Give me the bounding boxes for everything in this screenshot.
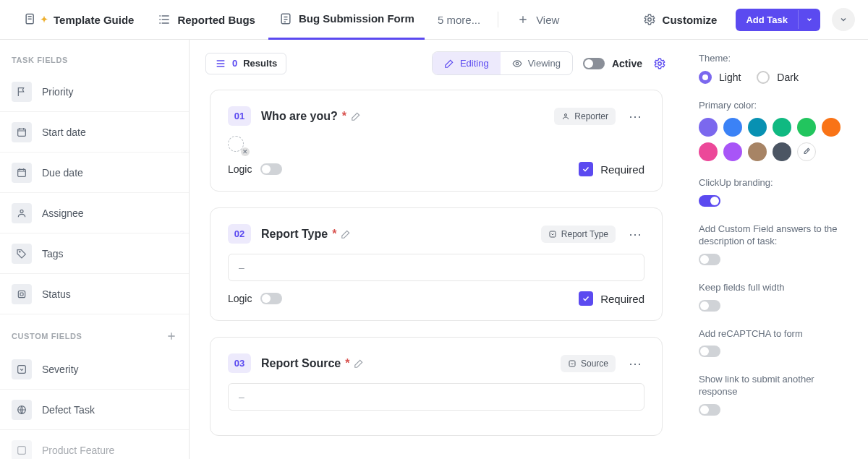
color-swatch[interactable]: [723, 118, 742, 137]
tab-bug-submission-form[interactable]: Bug Submission Form: [268, 0, 425, 40]
form-question-card[interactable]: 01 Who are you? * Reporter ⋯ ✕: [210, 90, 663, 192]
card-menu[interactable]: ⋯: [626, 226, 644, 242]
chip-label: Reporter: [574, 111, 608, 121]
results-label: Results: [243, 58, 277, 69]
results-chip[interactable]: 0 Results: [205, 53, 286, 74]
recaptcha-toggle[interactable]: [699, 346, 720, 357]
field-severity[interactable]: Severity: [0, 349, 189, 390]
tab-reported-bugs[interactable]: Reported Bugs: [147, 0, 265, 40]
full-width-toggle[interactable]: [699, 300, 720, 312]
field-defect-task[interactable]: Defect Task: [0, 390, 189, 430]
field-assignee[interactable]: Assignee: [0, 193, 189, 233]
field-type-chip[interactable]: Source: [561, 355, 616, 372]
color-swatch[interactable]: [699, 142, 718, 161]
color-swatch[interactable]: [748, 118, 767, 137]
fields-sidebar: TASK FIELDS Priority Start date Due date…: [0, 40, 190, 459]
tab-label: Template Guide: [54, 14, 134, 26]
mode-editing[interactable]: Editing: [433, 52, 501, 74]
custom-answers-toggle[interactable]: [699, 254, 720, 265]
logic-toggle[interactable]: [260, 163, 282, 175]
title-text: Report Type: [261, 228, 328, 241]
edit-icon[interactable]: [354, 359, 364, 369]
form-question-card[interactable]: 03 Report Source * Source ⋯ –: [210, 337, 663, 436]
custom-answers-label: Add Custom Field answers to the descript…: [699, 223, 852, 248]
card-menu[interactable]: ⋯: [626, 356, 644, 372]
color-swatch[interactable]: [699, 118, 718, 137]
another-response-toggle[interactable]: [699, 404, 720, 416]
required-label: Required: [600, 163, 644, 176]
theme-light-radio[interactable]: [699, 71, 712, 84]
form-settings[interactable]: [652, 56, 667, 71]
mode-viewing[interactable]: Viewing: [501, 52, 572, 74]
edit-icon[interactable]: [351, 111, 361, 121]
card-menu[interactable]: ⋯: [626, 108, 644, 124]
sparkle-icon: ✦: [41, 14, 48, 25]
flag-icon: [12, 82, 32, 102]
tag-icon: [12, 244, 32, 264]
more-menu[interactable]: [832, 8, 855, 31]
chip-label: Report Type: [561, 229, 608, 239]
field-due-date[interactable]: Due date: [0, 153, 189, 193]
svg-point-2: [647, 18, 651, 22]
question-title: Report Source *: [261, 357, 364, 370]
add-task-label[interactable]: Add Task: [736, 9, 798, 31]
question-title: Report Type *: [261, 228, 351, 241]
separator: [498, 12, 498, 27]
required-star: *: [345, 357, 349, 370]
color-swatch[interactable]: [773, 142, 791, 161]
required-star: *: [332, 228, 336, 241]
color-swatches: [699, 118, 852, 161]
dropdown-placeholder[interactable]: –: [228, 383, 644, 411]
add-icon: ✕: [241, 147, 250, 156]
color-swatch[interactable]: [797, 118, 816, 137]
recaptcha-label: Add reCAPTCHA to form: [699, 328, 852, 340]
color-swatch[interactable]: [773, 118, 791, 137]
field-tags[interactable]: Tags: [0, 233, 189, 274]
tab-more[interactable]: 5 more...: [427, 0, 490, 40]
tab-label: 5 more...: [438, 14, 480, 26]
field-type-chip[interactable]: Report Type: [541, 226, 616, 243]
add-task-button[interactable]: Add Task: [736, 9, 820, 31]
field-type-chip[interactable]: Reporter: [554, 108, 616, 125]
form-question-card[interactable]: 02 Report Type * Report Type ⋯ – Logi: [210, 207, 663, 321]
field-start-date[interactable]: Start date: [0, 112, 189, 153]
add-task-dropdown[interactable]: [798, 10, 820, 29]
field-label: Priority: [42, 86, 74, 98]
svg-rect-8: [20, 293, 23, 296]
theme-label: Theme:: [699, 53, 852, 64]
logic-label: Logic: [228, 293, 252, 304]
customize-button[interactable]: Customize: [635, 12, 725, 27]
logic-toggle[interactable]: [260, 293, 282, 304]
required-star: *: [342, 110, 346, 123]
theme-dark-radio[interactable]: [757, 71, 770, 84]
required-label: Required: [600, 293, 644, 305]
color-picker-icon[interactable]: [797, 142, 816, 161]
branding-toggle[interactable]: [699, 195, 720, 207]
required-checkbox[interactable]: [579, 291, 593, 306]
add-custom-field[interactable]: [166, 330, 177, 342]
theme-light-label: Light: [719, 72, 741, 83]
color-swatch[interactable]: [748, 142, 767, 161]
required-checkbox[interactable]: [579, 162, 593, 176]
mode-toggle: Editing Viewing: [432, 51, 573, 75]
assignee-placeholder[interactable]: ✕: [228, 136, 247, 155]
customize-label: Customize: [663, 14, 718, 26]
chip-label: Source: [581, 359, 608, 369]
results-count: 0: [232, 58, 237, 69]
field-label: Product Feature: [42, 445, 114, 456]
tab-template-guide[interactable]: ✦ Template Guide: [13, 0, 144, 40]
active-label: Active: [612, 58, 642, 69]
dropdown-placeholder[interactable]: –: [228, 254, 644, 281]
edit-icon[interactable]: [341, 229, 351, 239]
active-toggle-group: Active: [583, 58, 642, 69]
tab-label: Reported Bugs: [177, 14, 255, 26]
tab-label: View: [536, 14, 559, 26]
form-toolbar: 0 Results Editing Viewing Active: [190, 40, 683, 85]
field-product-feature[interactable]: Product Feature: [0, 430, 189, 459]
color-swatch[interactable]: [723, 142, 742, 161]
field-priority[interactable]: Priority: [0, 72, 189, 112]
active-toggle[interactable]: [583, 58, 605, 69]
tab-add-view[interactable]: View: [506, 0, 569, 40]
color-swatch[interactable]: [822, 118, 841, 137]
field-status[interactable]: Status: [0, 274, 189, 314]
